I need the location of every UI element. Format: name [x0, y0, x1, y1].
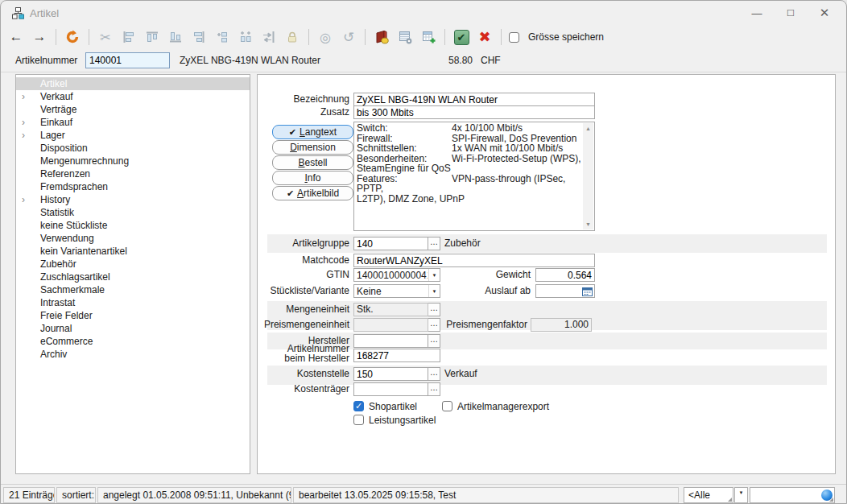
sidebar-item-lager[interactable]: Lager [16, 129, 250, 142]
window-title: Artikel [30, 7, 59, 19]
sidebar-item-mengenumrechnung[interactable]: Mengenumrechnung [16, 155, 250, 167]
align-top-icon [143, 28, 161, 46]
back-icon[interactable]: ← [7, 28, 25, 46]
price-currency: CHF [481, 55, 501, 66]
calendar-icon[interactable] [582, 287, 593, 300]
matchcode-input[interactable] [353, 254, 595, 267]
hersteller-input[interactable] [353, 334, 428, 348]
price: 58.80 CHF [448, 55, 501, 66]
status-bar: 21 Einträge sortiert: angelegt 01.05.200… [1, 484, 846, 504]
align-left-icon [120, 28, 138, 46]
stueckliste-value: Keine [357, 286, 428, 297]
close-button[interactable]: ✕ [808, 1, 841, 25]
sidebar-item-ecommerce[interactable]: eCommerce [16, 335, 250, 348]
expander-icon[interactable] [22, 129, 31, 142]
sidebar-item-keine-stueckliste[interactable]: keine Stückliste [16, 219, 250, 232]
kostentraeger-input[interactable] [353, 382, 428, 396]
sidebar-item-statistik[interactable]: Statistik [16, 206, 250, 219]
field-filter-select[interactable]: <Alle Felder> [684, 487, 733, 503]
kostenstelle-name: Verkauf [444, 367, 605, 381]
maximize-button[interactable]: ☐ [774, 1, 808, 25]
scroll-down-icon[interactable]: ▼ [583, 219, 593, 229]
shopartikel-checkbox[interactable] [353, 401, 364, 411]
refresh-icon[interactable] [64, 28, 81, 46]
kostentraeger-label: Kostenträger [258, 382, 349, 396]
table-settings-icon[interactable] [396, 28, 414, 46]
artikelgruppe-lookup-button[interactable]: … [428, 237, 440, 250]
langtext-textarea[interactable]: Switch: 4x 10/100 Mbit/s Firewall: SPI-F… [353, 122, 595, 231]
zusatz-input[interactable] [353, 105, 595, 119]
artikelmanagerexport-checkbox[interactable] [442, 401, 452, 411]
kostenstelle-input[interactable] [353, 367, 428, 381]
expander-icon[interactable] [22, 90, 31, 103]
hersteller-artnr-input[interactable] [353, 349, 440, 362]
report-lock-icon[interactable] [373, 28, 390, 46]
entries-count: 21 Einträge [3, 487, 55, 503]
row-band [267, 333, 827, 349]
sidebar-item-zubehoer[interactable]: Zubehör [16, 258, 250, 271]
scroll-up-icon[interactable]: ▲ [583, 123, 593, 134]
shopartikel-label: Shopartikel [369, 401, 417, 412]
target-icon: ◎ [316, 28, 334, 46]
expander-icon[interactable] [22, 116, 31, 129]
artikelnummer-input[interactable] [85, 52, 170, 68]
app-window: Artikel — ☐ ✕ ← → ✂ [0, 0, 847, 504]
mengeneinheit-input: Stk. [353, 303, 428, 316]
article-name: ZyXEL NBG-419N WLAN Router [180, 55, 320, 66]
undo-icon: ↺ [340, 28, 357, 46]
sidebar-item-artikel[interactable]: Artikel [16, 77, 250, 90]
kostentraeger-lookup-button[interactable]: … [428, 382, 440, 396]
leistungsartikel-checkbox[interactable] [353, 415, 364, 425]
sidebar-item-sachmerkmale[interactable]: Sachmerkmale [16, 283, 250, 296]
gewicht-label: Gewicht [419, 268, 531, 282]
sidebar-item-disposition[interactable]: Disposition [16, 142, 250, 155]
dimension-button[interactable]: Dimension [272, 140, 353, 155]
same-width-icon [213, 28, 231, 46]
hersteller-lookup-button[interactable]: … [428, 334, 440, 348]
sidebar-item-verwendung[interactable]: Verwendung [16, 232, 250, 245]
info-button[interactable]: Info [272, 171, 353, 185]
sidebar-item-vertraege[interactable]: Verträge [16, 103, 250, 116]
chevron-down-icon[interactable] [734, 487, 748, 503]
sidebar-item-verkauf[interactable]: Verkauf [16, 90, 250, 103]
artikelgruppe-label: Artikelgruppe [258, 237, 349, 250]
sidebar-item-history[interactable]: History [16, 193, 250, 206]
delete-button[interactable]: ✖ [476, 28, 494, 46]
sidebar-item-referenzen[interactable]: Referenzen [16, 167, 250, 180]
leistungsartikel-label: Leistungsartikel [369, 415, 436, 426]
auslauf-input[interactable] [535, 284, 595, 298]
search-sphere-icon[interactable] [821, 490, 833, 501]
expander-icon[interactable] [22, 193, 31, 206]
forward-icon[interactable]: → [31, 28, 48, 46]
preismengeneinheit-label: Preismengeneinheit [258, 318, 349, 332]
gewicht-input[interactable] [535, 268, 595, 282]
sidebar-item-kein-variantenartikel[interactable]: kein Variantenartikel [16, 245, 250, 258]
sidebar-item-freie-felder[interactable]: Freie Felder [16, 309, 250, 322]
langtext-button[interactable]: ✔Langtext [272, 125, 353, 139]
toolbar-separator [365, 29, 366, 45]
artikelnummer-label: Artikelnummer [15, 55, 77, 66]
artikelgruppe-input[interactable] [353, 237, 428, 250]
minimize-button[interactable]: — [740, 1, 774, 25]
scrollbar[interactable]: ▲ ▼ [583, 123, 593, 229]
confirm-button[interactable]: ✔ [452, 28, 470, 46]
sidebar-item-intrastat[interactable]: Intrastat [16, 296, 250, 309]
save-size-checkbox[interactable] [509, 32, 519, 43]
sidebar-item-archiv[interactable]: Archiv [16, 348, 250, 361]
sidebar-item-zuschlagsartikel[interactable]: Zuschlagsartikel [16, 271, 250, 283]
artikelbild-button[interactable]: ✔Artikelbild [272, 186, 353, 200]
auslauf-label: Auslauf ab [419, 284, 531, 298]
matchcode-label: Matchcode [258, 254, 349, 267]
preismengenfaktor-label: Preismengenfaktor [403, 318, 527, 332]
bestell-button[interactable]: Bestell [272, 155, 353, 170]
sidebar-item-fremdsprachen[interactable]: Fremdsprachen [16, 180, 250, 193]
kostenstelle-lookup-button[interactable]: … [428, 367, 440, 381]
bezeichnung-input[interactable] [353, 93, 595, 106]
artikelgruppe-name: Zubehör [444, 237, 605, 250]
sidebar-item-einkauf[interactable]: Einkauf [16, 116, 250, 129]
search-input[interactable] [750, 487, 835, 503]
toolbar: ← → ✂ [1, 25, 846, 49]
hersteller-artnr-label-2: beim Hersteller [258, 353, 349, 363]
table-add-icon[interactable] [419, 28, 437, 46]
sidebar-item-journal[interactable]: Journal [16, 322, 250, 335]
